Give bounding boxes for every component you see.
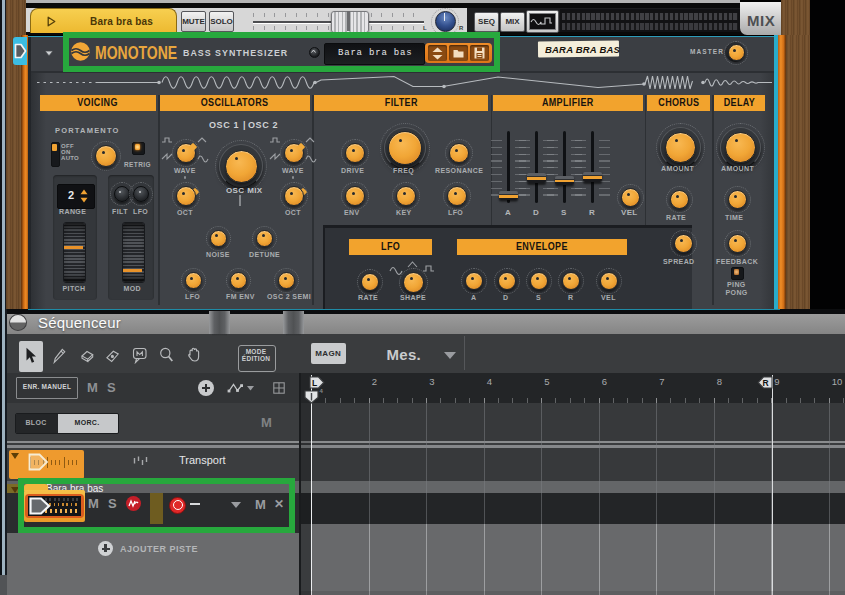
svg-text:R: R <box>762 378 768 388</box>
svg-text:L: L <box>312 378 317 388</box>
